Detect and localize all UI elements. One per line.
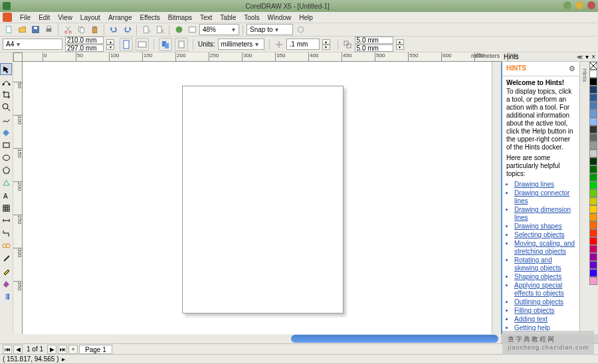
outline-pen-tool[interactable] [0,265,12,277]
duplicate-y-field[interactable]: 5.0 mm [355,45,393,52]
last-page-button[interactable]: ⏭ [58,345,67,354]
text-tool[interactable]: A [0,189,12,201]
hints-link[interactable]: Moving, scaling, and stretching objects [514,240,575,256]
next-page-button[interactable]: ▶ [47,345,56,354]
interactive-fill-tool[interactable] [0,290,12,302]
zoom-input[interactable] [203,26,229,33]
page-width-field[interactable]: 210.0 mm [65,37,104,44]
menu-edit[interactable]: Edit [35,14,54,21]
color-swatch[interactable] [589,245,597,253]
chevron-down-icon[interactable]: ▾ [229,26,237,33]
vertical-scrollbar[interactable] [492,62,501,334]
interactive-blend-tool[interactable] [0,240,12,252]
color-swatch[interactable] [589,118,597,126]
color-swatch[interactable] [589,261,597,269]
all-pages-button[interactable] [159,38,172,51]
spin-up[interactable]: ▴ [322,39,330,45]
color-swatch[interactable] [589,253,597,261]
menu-effects[interactable]: Effects [136,14,163,21]
chevron-down-icon[interactable]: ▾ [272,26,280,33]
color-swatch[interactable] [589,181,597,189]
color-swatch[interactable] [589,269,597,277]
hints-link[interactable]: Filling objects [514,307,575,315]
menu-file[interactable]: File [16,14,35,21]
color-swatch[interactable] [589,102,597,110]
drawing-canvas[interactable] [23,62,492,334]
color-swatch[interactable] [589,221,597,229]
coords-toggle-icon[interactable]: ▸ [62,355,65,363]
portrait-button[interactable] [120,38,133,51]
units-combo[interactable]: millimeters▾ [218,39,264,50]
horizontal-ruler[interactable]: millimeters 0501001502002503003504004505… [23,52,501,62]
hints-link[interactable]: Selecting objects [514,231,575,239]
color-swatch[interactable] [589,165,597,173]
paste-button[interactable] [88,24,100,36]
zoom-combo[interactable]: ▾ [199,24,239,35]
color-swatch[interactable] [589,70,597,78]
chevron-down-icon[interactable]: ▾ [14,41,22,48]
color-swatch[interactable] [589,277,597,285]
color-swatch[interactable] [589,86,597,94]
dimension-tool[interactable] [0,215,12,227]
hints-link[interactable]: Outlining objects [514,298,575,306]
landscape-button[interactable] [136,38,149,51]
docker-collapse-icon[interactable]: ≪ [577,54,583,60]
color-swatch[interactable] [589,157,597,165]
hints-link[interactable]: Drawing shapes [514,223,575,230]
ruler-origin[interactable] [13,52,23,62]
spin-up[interactable]: ▴ [396,39,404,45]
shape-tool[interactable] [0,76,12,88]
color-swatch[interactable] [589,94,597,102]
horizontal-scrollbar[interactable] [291,335,498,343]
menu-table[interactable]: Table [216,14,240,21]
color-swatch[interactable] [589,213,597,221]
color-swatch[interactable] [589,229,597,237]
menu-window[interactable]: Window [264,14,296,21]
rectangle-tool[interactable] [0,139,12,151]
docker-close-icon[interactable]: × [591,53,595,60]
menu-help[interactable]: Help [295,14,317,21]
prev-page-button[interactable]: ◀ [13,345,23,354]
menu-view[interactable]: View [54,14,76,21]
add-page-button[interactable]: + [68,345,78,354]
vertical-ruler[interactable]: 50100150200250300350 [13,62,23,334]
color-swatch[interactable] [589,189,597,197]
hints-link[interactable]: Drawing connector lines [514,189,575,205]
color-swatch[interactable] [589,197,597,205]
freehand-tool[interactable] [0,114,12,126]
color-swatch[interactable] [589,78,597,86]
color-swatch[interactable] [589,205,597,213]
spin-down[interactable]: ▾ [106,45,114,50]
polygon-tool[interactable] [0,164,12,176]
minimize-button[interactable] [563,1,571,9]
crop-tool[interactable] [0,88,12,100]
appstore-button[interactable] [173,24,185,36]
snap-combo[interactable]: Snap to▾ [247,24,293,35]
menu-tools[interactable]: Tools [240,14,263,21]
color-swatch[interactable] [589,126,597,134]
color-swatch[interactable] [589,134,597,141]
hints-link[interactable]: Adding text [514,316,575,323]
hints-link[interactable]: Applying special effects to objects [514,282,575,298]
color-swatch[interactable] [589,141,597,149]
copy-button[interactable] [75,24,87,36]
spin-down[interactable]: ▾ [396,45,404,50]
spin-up[interactable]: ▴ [106,39,114,45]
duplicate-x-field[interactable]: 5.0 mm [355,37,393,44]
current-page-button[interactable] [175,38,188,51]
nudge-field[interactable]: .1 mm [286,39,320,50]
chevron-down-icon[interactable]: ▾ [252,41,260,48]
new-button[interactable] [3,24,15,36]
smart-fill-tool[interactable] [0,126,12,138]
docker-menu-icon[interactable]: ▾ [583,53,591,60]
welcome-button[interactable] [186,24,198,36]
print-button[interactable] [43,24,54,36]
menu-layout[interactable]: Layout [76,14,104,21]
hints-link[interactable]: Drawing dimension lines [514,206,575,222]
undo-button[interactable] [108,24,120,36]
page-tab[interactable]: Page 1 [79,345,112,354]
page-height-field[interactable]: 297.0 mm [65,45,104,52]
hints-settings-icon[interactable]: ⚙ [569,64,575,73]
pick-tool[interactable] [0,63,12,75]
docker-tab-hints[interactable]: Hints [581,68,588,82]
